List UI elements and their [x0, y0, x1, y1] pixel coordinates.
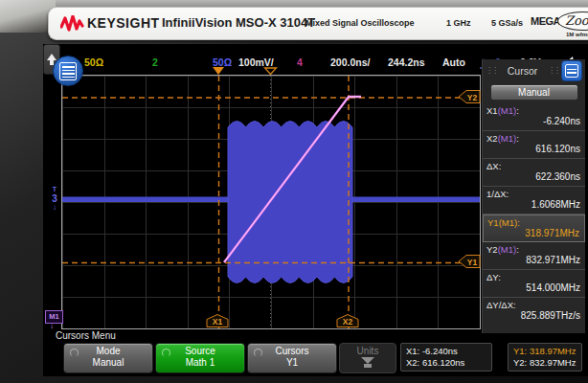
waveform-display-area[interactable] [61, 75, 481, 329]
cursor-row-y1-selected[interactable]: Y1(M1): 318.971MHz [483, 214, 585, 242]
cursor-x2-flag[interactable]: X2 [336, 314, 359, 327]
keysight-logo-icon [60, 15, 84, 33]
channel2-status[interactable]: 2 [152, 56, 158, 68]
svg-text:X1: X1 [213, 317, 223, 327]
waveform-rate-label: 1M wfms/s [566, 32, 588, 37]
megazoom-logo-mega: MEGA [531, 15, 560, 27]
rotary-knob-icon [162, 349, 170, 357]
x-cursor-readout: X1: -6.240ns X2: 616.120ns [400, 343, 492, 372]
panel-drag-handle-right[interactable]: ⋮⋮ [548, 67, 559, 75]
rotary-knob-icon [254, 349, 262, 357]
panel-title: Cursor [499, 65, 546, 77]
channel3-ground-marker[interactable]: T 3 ↓ [48, 186, 61, 212]
panel-menu-icon [565, 64, 578, 78]
panel-menu-button[interactable] [561, 60, 582, 81]
model-subtitle: Mixed Signal Oscilloscope [305, 18, 415, 28]
cursor-y1-flag[interactable]: Y1 [458, 255, 481, 268]
cursor-y2-flag[interactable]: Y2 [458, 90, 481, 103]
timebase-delay[interactable]: 244.2ns [388, 56, 425, 68]
svg-text:Y1: Y1 [467, 258, 478, 267]
softkey-cursors[interactable]: Cursors Y1 [247, 343, 337, 373]
trigger-position-marker[interactable] [213, 67, 224, 75]
timebase-scale[interactable]: 200.0ns/ [330, 56, 370, 68]
cursor-row-y2: Y2(M1): 832.971MHz [483, 242, 585, 270]
math1-marker-arrow-icon: ↓ [50, 322, 54, 330]
time-reference-marker[interactable] [263, 67, 278, 76]
bandwidth-label: 1 GHz [446, 18, 471, 28]
megazoom-logo-zoom: Zoom [557, 11, 588, 31]
trigger-level-indicator: T [48, 186, 61, 193]
cursor-panel: ⋮⋮ Cursor ⋮⋮ Manual X1(M1): -6.240ns X2(… [482, 59, 585, 333]
rotary-knob-icon [70, 349, 79, 357]
menu-title: Cursors Menu [56, 330, 116, 341]
cursor-row-x1: X1(M1): -6.240ns [483, 103, 585, 131]
cursor-row-dy: ΔY: 514.000MHz [483, 270, 585, 298]
svg-text:X2: X2 [343, 317, 353, 327]
main-menu-button[interactable] [53, 56, 83, 86]
up-arrow-icon [47, 54, 57, 60]
softkey-units[interactable]: Units [339, 343, 396, 373]
svg-text:Y2: Y2 [467, 93, 478, 102]
softkey-source[interactable]: Source Math 1 [155, 343, 245, 373]
channel1-status[interactable]: 50Ω [84, 56, 103, 68]
softkey-mode[interactable]: Mode Manual [63, 343, 153, 373]
instrument-header: KEYSIGHT InfiniiVision MSO-X 3104T Mixed… [48, 7, 588, 40]
cursor-x1-flag[interactable]: X1 [206, 314, 229, 327]
cursor-mode-button[interactable]: Manual [490, 84, 578, 101]
channel3-waveform [62, 122, 480, 283]
marker-arrow-icon: ↓ [48, 204, 61, 212]
scope-screen: 50Ω 2 50Ω 100mV/ 4 200.0ns/ 244.2ns Auto… [43, 44, 588, 376]
cursor-row-slope: ΔY/ΔX: 825.889THz/s [483, 298, 585, 325]
brand-name: KEYSIGHT [87, 15, 160, 31]
menu-icon [59, 62, 77, 80]
sample-rate-label: 5 GSa/s [491, 18, 523, 28]
cursor-row-x2: X2(M1): 616.120ns [483, 131, 585, 159]
channel4-status[interactable]: 4 [297, 56, 303, 68]
acquisition-mode[interactable]: Auto [442, 56, 465, 68]
math1-reference-marker[interactable]: M1 [45, 310, 63, 324]
cursor-row-dx: ΔX: 622.360ns [483, 159, 585, 187]
model-name: InfiniiVision MSO-X 3104T [162, 15, 315, 30]
cursor-row-inv-dx: 1/ΔX: 1.6068MHz [483, 187, 585, 214]
y-cursor-readout: Y1: 318.97MHz Y2: 832.97MHz [508, 343, 582, 372]
down-arrow-icon [361, 357, 374, 364]
panel-drag-handle-left[interactable]: ⋮⋮ [486, 67, 497, 75]
